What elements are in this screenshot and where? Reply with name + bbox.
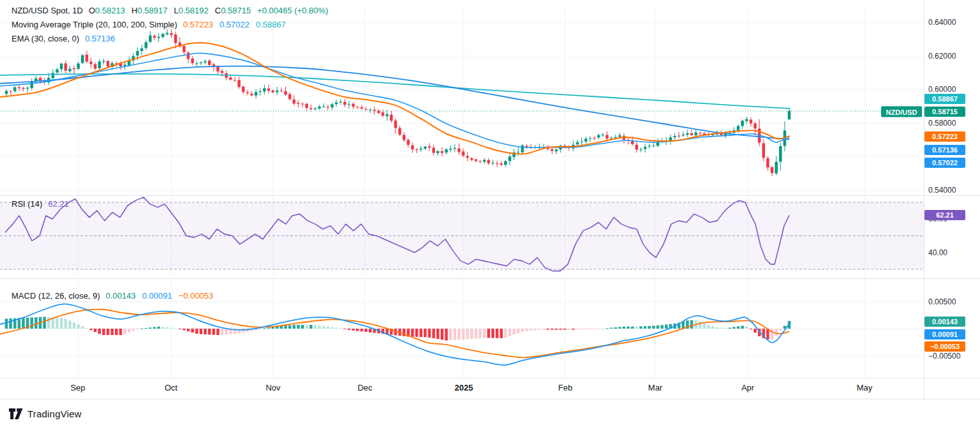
- time-axis-label: Feb: [558, 383, 572, 392]
- time-axis-label: Oct: [165, 383, 177, 392]
- time-axis-label: Mar: [648, 383, 662, 392]
- ema-title: EMA (30, close, 0): [11, 34, 79, 43]
- price-axis-label: 0.60000: [928, 85, 956, 94]
- price-badge: 0.00091: [924, 329, 965, 339]
- rsi-band-layer: [0, 202, 924, 269]
- low-value: L0.58192: [174, 6, 209, 15]
- main-pane-layer: [0, 29, 881, 177]
- footer-brand[interactable]: TradingView: [9, 406, 82, 421]
- ema-value: 0.57136: [85, 34, 115, 43]
- time-axis[interactable]: [0, 378, 980, 399]
- price-badge: 0.58715: [924, 107, 965, 117]
- macd-signal-value: −0.00053: [179, 291, 214, 301]
- chart-root: NZD/USD Spot, 1D O0.58213 H0.58917 L0.58…: [0, 0, 980, 425]
- rsi-value: 62.21: [48, 199, 69, 209]
- time-axis-label: 2025: [455, 383, 473, 392]
- macd-line-value: 0.00091: [142, 291, 172, 301]
- close-value: C0.58715: [215, 6, 251, 15]
- rsi-legend-row[interactable]: RSI (14) 62.21: [11, 199, 69, 209]
- grid-layer: [0, 5, 924, 378]
- pane-separator-rsi-macd[interactable]: [0, 278, 980, 279]
- price-axis-label: 40.00: [928, 248, 947, 257]
- time-axis-label: Dec: [357, 383, 372, 392]
- high-value: H0.58917: [131, 6, 167, 15]
- price-axis-label: 0.00500: [928, 297, 956, 306]
- open-value: O0.58213: [89, 6, 125, 15]
- price-badge: 62.21: [924, 210, 965, 220]
- macd-hist-value: 0.00143: [106, 291, 136, 301]
- time-axis-label: May: [857, 383, 873, 392]
- price-badge: 0.57022: [924, 158, 965, 168]
- symbol-legend-row[interactable]: NZD/USD Spot, 1D O0.58213 H0.58917 L0.58…: [11, 6, 328, 15]
- price-axis-label: −0.00500: [928, 352, 960, 361]
- ma-triple-legend-row[interactable]: Moving Average Triple (20, 100, 200, Sim…: [11, 20, 286, 29]
- rsi-title: RSI (14): [11, 199, 42, 209]
- price-axis-label: 0.64000: [928, 18, 956, 27]
- time-axis-label: Sep: [70, 383, 85, 392]
- price-badge: −0.00053: [924, 341, 965, 352]
- price-badge: 0.00143: [924, 317, 965, 327]
- sma100-value: 0.57022: [219, 20, 249, 29]
- ma-triple-title: Moving Average Triple (20, 100, 200, Sim…: [11, 20, 177, 29]
- time-axis-separator: [0, 378, 980, 378]
- macd-legend-row[interactable]: MACD (12, 26, close, 9) 0.00143 0.00091 …: [11, 291, 213, 301]
- chart-bottom-border: [0, 399, 980, 399]
- chart-canvas[interactable]: [0, 0, 980, 425]
- price-axis-label: 0.54000: [928, 186, 956, 195]
- price-badge: 0.58867: [924, 94, 965, 104]
- ema-legend-row[interactable]: EMA (30, close, 0) 0.57136: [11, 34, 115, 43]
- price-badge: 0.57136: [924, 145, 965, 155]
- price-axis-label: 0.58000: [928, 119, 956, 128]
- change-value: +0.00465 (+0.80%): [257, 6, 328, 15]
- time-axis-label: Nov: [265, 383, 280, 392]
- price-badge: 0.57223: [924, 131, 965, 142]
- price-axis-label: 0.62000: [928, 52, 956, 61]
- pane-separator-main-rsi[interactable]: [0, 195, 980, 196]
- time-axis-label: Apr: [741, 383, 754, 392]
- tradingview-logo-icon: [9, 408, 23, 420]
- symbol-price-label: NZD/USD: [881, 107, 922, 117]
- symbol-title: NZD/USD Spot, 1D: [11, 6, 83, 15]
- tradingview-logo-text: TradingView: [27, 408, 82, 419]
- sma20-value: 0.57223: [183, 20, 213, 29]
- macd-title: MACD (12, 26, close, 9): [11, 291, 100, 301]
- sma200-value: 0.58867: [256, 20, 286, 29]
